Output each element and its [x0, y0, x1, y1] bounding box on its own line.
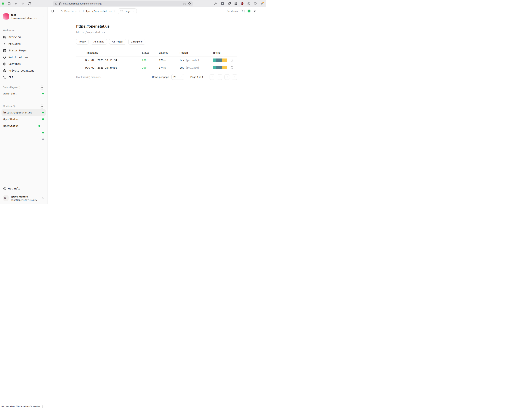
table-row[interactable]: Dec 02, 2025 10:50:50 200 174ms tes (pri…	[76, 64, 237, 71]
col-timestamp[interactable]: Timestamp	[85, 51, 142, 54]
globe-icon	[3, 69, 6, 72]
status-page-name: Acme Inc.	[3, 92, 17, 95]
sidebar-item-private-locations[interactable]: Private Locations	[1, 67, 46, 74]
downloads-icon[interactable]	[214, 2, 217, 5]
system-status-dot[interactable]	[248, 10, 250, 12]
chevron-right-icon	[56, 10, 58, 12]
help-circle-icon	[3, 187, 6, 190]
bookmark-star-icon[interactable]	[188, 2, 191, 5]
profile-avatar[interactable]: T	[221, 2, 224, 5]
filter-bar: Today All Status All Trigger 1 Regions	[76, 39, 237, 44]
col-status[interactable]: Status	[142, 51, 159, 54]
workspace-nav: Workspace Overview Monitors Status Pages…	[0, 26, 47, 81]
next-page-button[interactable]	[224, 74, 230, 80]
filter-status-button[interactable]: All Status	[91, 39, 107, 44]
chevron-right-icon	[114, 10, 116, 12]
monitor-item[interactable]	[1, 129, 46, 136]
address-bar[interactable]: http://localhost:3002/monitors/6/logs	[53, 1, 193, 6]
table-row[interactable]: Dec 02, 2025 10:51:34 200 128ms tes (pri…	[76, 56, 237, 64]
window-traffic-light[interactable]	[2, 2, 4, 5]
get-help-link[interactable]: Get Help	[0, 184, 47, 193]
monitor-item[interactable]: OpenStatus	[1, 123, 46, 129]
monitor-name: OpenStatus	[3, 118, 18, 121]
monitors-section-label: Monitors (5)	[3, 105, 16, 108]
add-status-page-button[interactable]	[40, 85, 44, 90]
status-dot	[38, 125, 40, 127]
chevrons-up-down-icon	[42, 197, 44, 200]
more-options-icon[interactable]	[260, 9, 263, 13]
view-selector-logs[interactable]: Logs	[118, 8, 137, 14]
password-manager-icon[interactable]	[183, 2, 186, 5]
sidebar-item-status-pages[interactable]: Status Pages	[1, 47, 46, 54]
forward-button[interactable]	[21, 2, 24, 5]
panel-left-toggle-icon[interactable]	[51, 9, 54, 13]
container-box-icon[interactable]	[247, 2, 250, 5]
adblock-shield-icon[interactable]: uO	[241, 2, 244, 5]
bell-icon	[3, 56, 6, 59]
clock-icon[interactable]	[230, 59, 237, 62]
add-monitor-button[interactable]	[40, 104, 44, 109]
sidebar-item-label: Private Locations	[8, 69, 34, 72]
activity-icon	[3, 42, 6, 45]
monitor-item[interactable]	[1, 136, 46, 143]
first-page-button[interactable]	[210, 74, 215, 80]
get-help-label: Get Help	[8, 187, 20, 190]
last-page-button[interactable]	[232, 74, 237, 80]
back-button[interactable]	[14, 2, 17, 5]
status-pages-section-label: Status Pages (1)	[3, 86, 20, 89]
sidebar-item-settings[interactable]: Settings	[1, 60, 46, 67]
sidebar-item-monitors[interactable]: Monitors	[1, 40, 46, 47]
monitors-section: Monitors (5) https://openstat.us OpenSta…	[0, 104, 47, 143]
page-info: Page 1 of 1	[190, 76, 203, 78]
page-info-icon[interactable]	[59, 2, 62, 5]
screen-window-icon[interactable]	[254, 2, 257, 5]
cell-latency: 128ms	[159, 59, 180, 62]
reload-button[interactable]	[28, 2, 31, 5]
cell-region: tes (private)	[180, 66, 213, 69]
sidebar-item-overview[interactable]: Overview	[1, 34, 46, 40]
sidebar-item-notifications[interactable]: Notifications	[1, 54, 46, 60]
cell-status: 200	[142, 59, 159, 62]
rows-per-page-select[interactable]: 20	[171, 74, 184, 80]
user-menu[interactable]: SP Speed Matters ping@openstatus.dev	[0, 193, 47, 204]
col-latency[interactable]: Latency	[159, 51, 180, 54]
filter-trigger-button[interactable]: All Trigger	[109, 39, 126, 44]
extensions-grid-icon[interactable]	[234, 2, 237, 5]
sidebar-item-label: Status Pages	[8, 49, 27, 52]
previous-page-button[interactable]	[217, 74, 222, 80]
browser-toolbar: http://localhost:3002/monitors/6/logs T …	[0, 0, 266, 7]
feedback-link[interactable]: Feedback	[227, 10, 238, 12]
user-name: Speed Matters	[11, 195, 40, 198]
feedback-shortcut-key: F	[241, 9, 245, 13]
monitor-item[interactable]: OpenStatus	[1, 116, 46, 122]
workspace-switcher[interactable]: test love-openstatus pro	[0, 7, 47, 26]
col-timing[interactable]: Timing	[213, 51, 230, 54]
url-text[interactable]: http://localhost:3002/monitors/6/logs	[63, 2, 182, 5]
workspace-plan-badge: pro	[34, 17, 37, 20]
sidebar-item-cli[interactable]: CLI	[1, 74, 46, 81]
filter-period-button[interactable]: Today	[76, 39, 88, 44]
sidebar-toggle-icon[interactable]	[8, 2, 11, 5]
zap-icon[interactable]	[254, 10, 257, 13]
cell-latency: 174ms	[159, 66, 180, 69]
user-email: ping@openstatus.dev	[11, 199, 40, 201]
app-menu-icon[interactable]	[260, 2, 263, 5]
tracking-protection-shield-icon[interactable]	[55, 2, 58, 5]
monitor-name: OpenStatus	[3, 124, 18, 128]
col-region[interactable]: Region	[180, 51, 213, 54]
chevrons-up-down-icon	[42, 15, 44, 18]
status-dot	[42, 112, 44, 113]
sidebar-item-label: Notifications	[8, 56, 28, 59]
workspace-avatar	[3, 13, 9, 20]
extension-puzzle-icon[interactable]	[228, 2, 231, 5]
breadcrumb-monitor-name[interactable]: https://openstat.us	[83, 10, 112, 13]
breadcrumb-monitors[interactable]: Monitors	[60, 10, 76, 13]
monitor-item[interactable]: https://openstat.us	[1, 109, 46, 116]
clock-icon[interactable]	[230, 66, 237, 69]
panel-top-icon	[3, 49, 6, 52]
status-page-item[interactable]: Acme Inc.	[1, 90, 46, 97]
filter-regions-button[interactable]: 1 Regions	[128, 39, 145, 44]
gear-icon	[3, 62, 6, 66]
view-selector-label: Logs	[124, 10, 131, 13]
sidebar-item-label: Monitors	[8, 42, 21, 45]
